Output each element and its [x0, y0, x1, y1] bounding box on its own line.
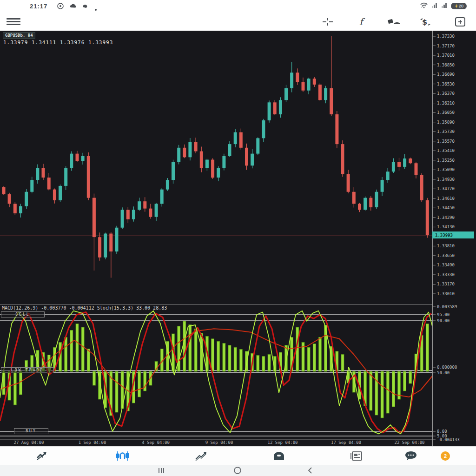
price-tick-label: 1.35570 — [437, 139, 455, 144]
notification-badge[interactable]: 2 — [441, 451, 450, 461]
price-tick-label: 1.33010 — [437, 291, 455, 296]
battery-icon: 20 — [451, 3, 467, 9]
chart-area[interactable]: GBPUSDb, H4 1.33979 1.34111 1.33976 1.33… — [0, 31, 476, 446]
indicator-tick-label: -0.004133 — [437, 437, 460, 442]
price-tick-label: 1.36050 — [437, 110, 455, 115]
indicator-tick-label: 95.00 — [437, 312, 450, 317]
tab-trade[interactable] — [192, 449, 211, 463]
time-tick-label: 12 Sep 04:00 — [267, 440, 298, 445]
indicators-f-icon[interactable]: f — [355, 15, 369, 29]
clock-time: 21:17 — [30, 3, 47, 10]
price-tick-label: 1.35090 — [437, 167, 455, 172]
price-tick-label: 1.33810 — [437, 244, 455, 248]
price-tick-label: 1.34290 — [437, 215, 455, 220]
tab-charts[interactable] — [113, 449, 132, 463]
buy-level-label: BUY — [14, 428, 48, 434]
battery-percent: 20 — [459, 4, 463, 8]
price-tick-label: 1.33170 — [437, 282, 455, 286]
tab-history[interactable] — [270, 449, 288, 463]
new-chart-icon[interactable] — [453, 15, 467, 29]
time-tick-label: 17 Sep 04:00 — [331, 440, 361, 445]
price-tick-label: 1.37010 — [437, 53, 455, 58]
notification-icon — [81, 2, 89, 12]
indicator-values-label: MACD(12,26,9) -0.003770 -0.004112 Stoch(… — [2, 305, 167, 311]
indicator-tick-label: 0.003589 — [437, 304, 457, 309]
signal-bars-icon-2 — [441, 2, 448, 10]
chart-toolbar: f $ — [0, 13, 476, 31]
symbol-timeframe-label[interactable]: GBPUSDb, H4 — [3, 32, 35, 39]
price-tick-label: 1.37170 — [437, 44, 455, 48]
bottom-tab-bar: 2 — [0, 446, 476, 465]
status-bar: 21:17 20 — [0, 0, 476, 13]
price-tick-label: 1.34130 — [437, 225, 455, 229]
price-tick-label: 1.34450 — [437, 205, 455, 210]
ohlc-values: 1.33979 1.34111 1.33976 1.33993 — [3, 40, 113, 46]
objects-icon[interactable] — [387, 15, 401, 29]
cloud-icon — [69, 2, 77, 12]
chart-canvas — [0, 31, 476, 446]
indicator-tick-label: 90.00 — [437, 318, 450, 323]
whatsapp-icon — [57, 2, 64, 12]
tab-quotes[interactable] — [33, 449, 52, 463]
price-tick-label: 1.34610 — [437, 196, 455, 201]
crosshair-icon[interactable] — [321, 15, 335, 29]
android-nav-bar — [0, 465, 476, 476]
price-tick-label: 1.33490 — [437, 263, 455, 267]
hamburger-menu-button[interactable] — [7, 17, 20, 27]
trade-dollar-icon[interactable]: $ — [418, 15, 432, 29]
price-tick-label: 1.36530 — [437, 82, 455, 86]
status-icons-right: 20 — [420, 2, 467, 10]
price-tick-label: 1.35250 — [437, 158, 455, 163]
indicator-tick-label: 50.00 — [437, 370, 450, 375]
tab-chat[interactable] — [402, 449, 420, 463]
signal-bars-icon — [431, 2, 438, 10]
price-tick-label: 1.36210 — [437, 101, 455, 106]
current-price-tag: 1.33993 — [432, 231, 474, 238]
price-tick-label: 1.33330 — [437, 272, 455, 277]
time-tick-label: 4 Sep 04:00 — [142, 440, 170, 445]
recents-button[interactable] — [154, 466, 168, 475]
home-button[interactable] — [231, 466, 245, 475]
back-button[interactable] — [303, 466, 317, 475]
notification-dot-icon — [94, 5, 97, 13]
sell-level-label: SELL — [1, 311, 45, 317]
price-tick-label: 1.35410 — [437, 148, 455, 153]
svg-text:f: f — [359, 16, 365, 27]
price-tick-label: 1.34930 — [437, 177, 455, 182]
price-tick-label: 1.35890 — [437, 120, 455, 125]
indicator-tick-label: 8.00 — [437, 429, 447, 434]
time-tick-label: 27 Aug 04:00 — [13, 440, 44, 445]
time-tick-label: 22 Sep 04:00 — [394, 440, 424, 445]
price-tick-label: 1.33650 — [437, 253, 455, 258]
low-trade-level-label: LOW TRADE — [1, 367, 54, 373]
time-tick-label: 1 Sep 04:00 — [79, 440, 106, 445]
price-tick-label: 1.36370 — [437, 91, 455, 96]
svg-text:$: $ — [422, 18, 427, 26]
price-tick-label: 1.36690 — [437, 72, 455, 77]
price-tick-label: 1.35730 — [437, 129, 455, 134]
price-tick-label: 1.37330 — [437, 34, 455, 39]
indicator-tick-label: 0.000000 — [437, 365, 457, 370]
wifi-icon — [420, 2, 428, 10]
time-tick-label: 9 Sep 04:00 — [205, 440, 233, 445]
price-tick-label: 1.36850 — [437, 63, 455, 67]
tab-news[interactable] — [348, 449, 366, 463]
price-tick-label: 1.34770 — [437, 186, 455, 191]
